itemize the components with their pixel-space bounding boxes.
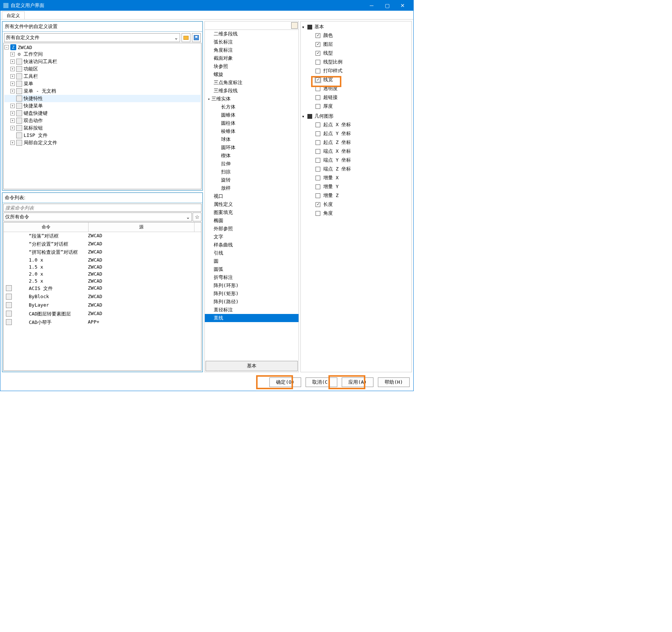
group-checkbox[interactable]: [307, 25, 312, 30]
tree-node[interactable]: +鼠标按钮: [4, 124, 200, 132]
object-type-item[interactable]: 块参照: [205, 62, 299, 70]
tree-node[interactable]: +快速访问工具栏: [4, 58, 200, 65]
property-checkbox[interactable]: [316, 202, 320, 207]
object-type-item[interactable]: 三维多段线: [205, 87, 299, 95]
object-type-item[interactable]: 属性定义: [205, 200, 299, 208]
customize-tree[interactable]: −ZZWCAD+⚙工作空间+快速访问工具栏+功能区+工具栏+菜单+菜单 - 无文…: [3, 43, 201, 189]
property-item[interactable]: 增量 Z: [302, 191, 410, 200]
property-checkbox[interactable]: [316, 167, 320, 172]
object-type-item[interactable]: 直线: [205, 314, 299, 322]
object-type-item[interactable]: 长方体: [205, 103, 299, 111]
object-type-item[interactable]: 椭圆: [205, 217, 299, 225]
command-row[interactable]: 1.0 xZWCAD: [4, 256, 201, 263]
tree-node[interactable]: +键盘快捷键: [4, 110, 200, 117]
panel-options-icon[interactable]: [291, 22, 298, 29]
tree-toggle[interactable]: +: [10, 67, 15, 71]
command-row[interactable]: 2.5 xZWCAD: [4, 277, 201, 284]
source-col-header[interactable]: 源: [89, 222, 194, 232]
tree-toggle[interactable]: +: [10, 118, 15, 123]
close-button[interactable]: ✕: [395, 0, 410, 11]
property-checkbox[interactable]: [316, 51, 320, 56]
property-checkbox[interactable]: [316, 131, 320, 136]
property-item[interactable]: 线型: [302, 49, 410, 58]
object-type-item[interactable]: 角度标注: [205, 46, 299, 54]
tree-node[interactable]: LISP 文件: [4, 132, 200, 139]
apply-button[interactable]: 应用(A): [342, 377, 373, 387]
favorite-button[interactable]: ☆: [193, 213, 201, 221]
property-checkbox[interactable]: [316, 104, 320, 109]
object-type-item[interactable]: 文字: [205, 233, 299, 241]
property-item[interactable]: 厚度: [302, 102, 410, 111]
tree-toggle[interactable]: +: [10, 52, 15, 56]
property-checkbox[interactable]: [316, 193, 320, 198]
command-row[interactable]: 2.0 xZWCAD: [4, 270, 201, 277]
help-button[interactable]: 帮助(H): [378, 377, 410, 387]
command-row[interactable]: ACIS 文件ZWCAD: [4, 284, 201, 293]
command-row[interactable]: “段落”对话框ZWCAD: [4, 232, 201, 240]
property-item[interactable]: 打印样式: [302, 66, 410, 75]
property-item[interactable]: 起点 Z 坐标: [302, 138, 410, 147]
property-checkbox[interactable]: [316, 60, 320, 65]
command-row[interactable]: ByBlockZWCAD: [4, 293, 201, 301]
object-type-item[interactable]: 棱锥体: [205, 127, 299, 135]
tree-toggle[interactable]: +: [10, 89, 15, 93]
property-item[interactable]: 端点 X 坐标: [302, 147, 410, 156]
object-type-item[interactable]: 圆: [205, 257, 299, 265]
property-checkbox[interactable]: [316, 33, 320, 38]
property-group-header[interactable]: ▾几何图形: [302, 112, 410, 120]
command-row[interactable]: CAD小帮手APP+: [4, 318, 201, 327]
object-type-item[interactable]: 圆环体: [205, 144, 299, 152]
object-type-item[interactable]: 楔体: [205, 152, 299, 160]
property-checkbox[interactable]: [316, 158, 320, 163]
object-type-item[interactable]: 弧长标注: [205, 38, 299, 46]
object-type-item[interactable]: 螺旋: [205, 70, 299, 79]
object-type-item[interactable]: 放样: [205, 184, 299, 192]
cancel-button[interactable]: 取消(C): [306, 377, 337, 387]
property-item[interactable]: 线宽: [302, 75, 410, 84]
open-file-button[interactable]: [182, 33, 190, 42]
object-type-item[interactable]: 直径标注: [205, 306, 299, 314]
property-item[interactable]: 角度: [302, 209, 410, 218]
maximize-button[interactable]: ▢: [379, 0, 395, 11]
command-table-body[interactable]: “段落”对话框ZWCAD“分栏设置”对话框ZWCAD“拼写检查设置”对话框ZWC…: [4, 232, 201, 370]
property-checkbox[interactable]: [316, 77, 320, 82]
tree-toggle[interactable]: +: [10, 104, 15, 108]
object-type-item[interactable]: 阵列(矩形): [205, 290, 299, 298]
command-row[interactable]: CAD图层转要素图层ZWCAD: [4, 310, 201, 318]
property-item[interactable]: 端点 Y 坐标: [302, 156, 410, 165]
object-type-item[interactable]: 圆柱体: [205, 119, 299, 127]
property-checkbox[interactable]: [316, 149, 320, 154]
object-type-item[interactable]: 扫掠: [205, 168, 299, 176]
group-checkbox[interactable]: [307, 114, 312, 119]
property-checkbox[interactable]: [316, 86, 320, 91]
tree-node[interactable]: +双击动作: [4, 117, 200, 124]
tree-node[interactable]: +快捷菜单: [4, 102, 200, 110]
object-type-item[interactable]: 图案填充: [205, 208, 299, 217]
tree-toggle[interactable]: −: [4, 45, 9, 49]
command-search-input[interactable]: [3, 204, 201, 212]
object-type-item[interactable]: 拉伸: [205, 160, 299, 168]
property-item[interactable]: 超链接: [302, 93, 410, 102]
property-item[interactable]: 图层: [302, 40, 410, 49]
property-group-header[interactable]: ▾基本: [302, 23, 410, 31]
property-checkbox[interactable]: [316, 140, 320, 145]
property-item[interactable]: 增量 Y: [302, 182, 410, 191]
object-type-item[interactable]: 三点角度标注: [205, 79, 299, 87]
tree-toggle[interactable]: +: [10, 74, 15, 79]
object-type-list[interactable]: 二维多段线弧长标注角度标注截面对象块参照螺旋三点角度标注三维多段线三维实体长方体…: [205, 30, 299, 360]
property-item[interactable]: 起点 Y 坐标: [302, 129, 410, 138]
object-type-item[interactable]: 折弯标注: [205, 273, 299, 282]
property-item[interactable]: 端点 Z 坐标: [302, 165, 410, 173]
object-type-item[interactable]: 圆锥体: [205, 111, 299, 119]
command-col-header[interactable]: 命令: [4, 222, 89, 232]
tree-node[interactable]: +⚙工作空间: [4, 51, 200, 58]
object-type-item[interactable]: 球体: [205, 135, 299, 144]
tree-node[interactable]: −ZZWCAD: [4, 44, 200, 51]
tree-node[interactable]: 快捷特性: [4, 95, 200, 102]
command-row[interactable]: “拼写检查设置”对话框ZWCAD: [4, 248, 201, 256]
object-type-item[interactable]: 截面对象: [205, 54, 299, 62]
property-checkbox[interactable]: [316, 69, 320, 73]
command-row[interactable]: 1.5 xZWCAD: [4, 263, 201, 270]
save-file-button[interactable]: [192, 33, 201, 42]
command-row[interactable]: “分栏设置”对话框ZWCAD: [4, 240, 201, 248]
